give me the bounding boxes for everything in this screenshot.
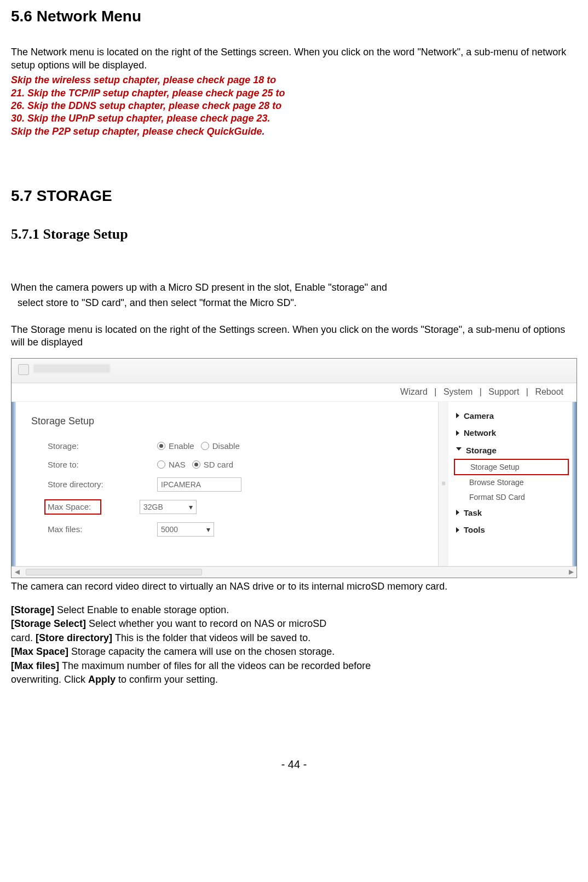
red-line-4: 30. Skip the UPnP setup chapter, please … [11,112,318,125]
def-store-directory-term: [Store directory] [36,632,115,643]
storage-para-1b: select store to "SD card", and then sele… [11,297,577,309]
select-max-space[interactable]: 32GB [140,500,197,514]
nav-reboot[interactable]: Reboot [533,387,566,396]
heading-5-7-1: 5.7.1 Storage Setup [11,225,577,244]
chevron-right-icon [456,510,459,515]
sidebar-sub-format-sd[interactable]: Format SD Card [454,490,569,504]
def-max-files-term: [Max files] [11,660,62,671]
radio-nas[interactable] [157,460,165,469]
horizontal-scrollbar[interactable]: ◂ ▸ [11,566,577,578]
sidebar-sub-browse-storage[interactable]: Browse Storage [454,475,569,489]
heading-5-7: 5.7 STORAGE [11,186,577,206]
nav-sep: | [524,387,531,396]
storage-para-2: The Storage menu is located on the right… [11,324,577,349]
sidebar-item-label: Storage [466,445,497,456]
def-storage-term: [Storage] [11,604,57,615]
nav-sep: | [477,387,484,396]
page-number: - 44 - [11,757,577,771]
browser-toolbar [11,359,577,383]
heading-5-6: 5.6 Network Menu [11,7,577,26]
sidebar-sub-storage-setup-highlighted[interactable]: Storage Setup [454,459,569,475]
radio-disable-label: Disable [212,441,240,452]
def-max-space-term: [Max Space] [11,646,71,657]
storage-para-1a: When the camera powers up with a Micro S… [11,281,577,294]
sidebar-item-storage[interactable]: Storage [454,442,569,459]
red-line-3: 26. Skip the DDNS setup chapter, please … [11,100,318,112]
input-store-directory[interactable]: IPCAMERA [157,477,241,492]
radio-disable[interactable] [201,442,209,450]
scroll-right-icon[interactable]: ▸ [566,566,577,578]
def-max-files-text: The maximum number of files for all the … [62,660,371,671]
radio-enable[interactable] [157,442,165,450]
sidebar-item-label: Network [464,428,496,439]
def-cont-prefix: card. [11,632,36,643]
sidebar-item-task[interactable]: Task [454,504,569,522]
chevron-right-icon [456,430,459,436]
red-line-2: 21. Skip the TCP/IP setup chapter, pleas… [11,87,318,100]
def-storage-select-text: Select whether you want to record on NAS… [89,618,326,629]
vertical-scrollbar[interactable]: ≡ [438,402,448,566]
select-max-files[interactable]: 5000 [157,522,214,537]
def-storage-text: Select Enable to enable storage option. [57,604,229,615]
sidebar-item-camera[interactable]: Camera [454,407,569,425]
sidebar-item-label: Task [464,508,482,518]
sidebar-item-label: Camera [464,411,494,422]
network-intro-text: The Network menu is located on the right… [11,46,577,72]
label-max-files: Max files: [31,524,157,535]
scroll-left-icon[interactable]: ◂ [11,566,22,578]
sidebar-item-label: Tools [464,524,485,535]
def-max-space-text: Storage capacity the camera will use on … [71,646,335,657]
label-store-to: Store to: [31,459,157,470]
after-image-text: The camera can record video direct to vi… [11,580,577,593]
def-store-directory-text: This is the folder that videos will be s… [115,632,310,643]
definitions-block: [Storage] Select Enable to enable storag… [11,604,577,686]
radio-nas-label: NAS [169,459,186,470]
chevron-down-icon [456,447,462,453]
right-edge-decoration [572,402,577,566]
nav-system[interactable]: System [441,387,475,396]
red-skip-block: Skip the wireless setup chapter, please … [11,74,318,138]
def-apply-term: Apply [88,674,116,685]
radio-enable-label: Enable [169,441,194,452]
sidebar-item-tools[interactable]: Tools [454,521,569,539]
def-cont-prefix: overwriting. Click [11,674,88,685]
red-line-1: Skip the wireless setup chapter, please … [11,74,318,87]
sidebar-menu: Camera Network Storage Storage Setup Bro… [448,402,572,566]
red-line-5: Skip the P2P setup chapter, please check… [11,125,318,138]
chevron-right-icon [456,527,459,533]
nav-support[interactable]: Support [486,387,521,396]
scrollbar-thumb[interactable] [26,569,202,575]
sidebar-item-network[interactable]: Network [454,424,569,442]
radio-sdcard[interactable] [192,460,200,469]
left-edge-decoration [11,402,16,566]
settings-window: Wizard | System | Support | Reboot Stora… [11,358,577,578]
storage-setup-panel: Storage Setup Storage: Enable Disable St… [16,402,438,566]
def-apply-text: to confirm your setting. [116,674,218,685]
label-store-directory: Store directory: [31,479,157,490]
nav-sep: | [432,387,439,396]
panel-title: Storage Setup [31,415,423,428]
radio-sdcard-label: SD card [204,459,233,470]
nav-wizard[interactable]: Wizard [398,387,430,396]
chevron-right-icon [456,413,459,418]
def-storage-select-term: [Storage Select] [11,618,89,629]
label-max-space-highlighted: Max Space: [44,499,101,515]
top-navbar: Wizard | System | Support | Reboot [11,383,577,402]
label-storage: Storage: [31,441,157,452]
